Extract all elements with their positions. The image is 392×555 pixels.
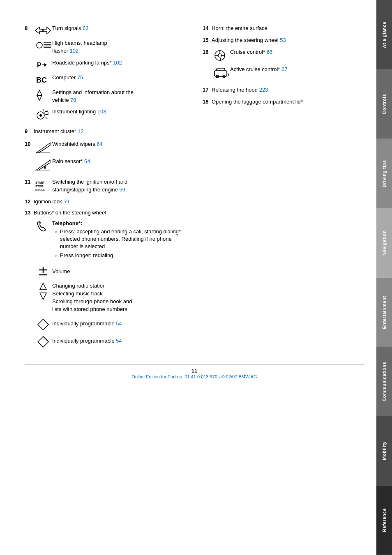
volume-icon: [34, 265, 52, 278]
item-16-header: 16: [203, 48, 364, 83]
svg-line-15: [46, 117, 47, 119]
settings-text: Settings and information about thevehicl…: [52, 89, 186, 104]
telephone-bullet-2-text: Press longer: redialing: [60, 252, 113, 259]
rain-sensor-icon: A: [34, 158, 52, 171]
svg-marker-18: [36, 143, 50, 153]
prog1-text: Individually programmable 54: [52, 320, 186, 328]
item-17-text: Releasing the hood 223: [212, 86, 364, 94]
wipers-link[interactable]: 64: [97, 141, 102, 147]
item-13-number: 13: [25, 209, 34, 216]
svg-marker-10: [37, 95, 42, 100]
telephone-text-block: Telephone*: ▹ Press: accepting and endin…: [52, 220, 186, 261]
item-10-header: 10 Windshi: [25, 140, 186, 175]
volume-sub-row: Volume: [34, 265, 186, 278]
high-beams-row: High beams, headlampflasher 102: [34, 39, 186, 55]
item-17-row: 17 Releasing the hood 223: [203, 86, 364, 94]
parking-lamps-row: P Roadside parking lamps* 102: [34, 59, 186, 70]
svg-marker-29: [40, 283, 46, 290]
telephone-bullet-2: ▹ Press longer: redialing: [55, 252, 186, 259]
sidebar-tab-at-glance[interactable]: At a glance: [376, 0, 392, 69]
page-container: 8: [0, 0, 392, 555]
turn-signals-icon: [34, 25, 52, 35]
svg-marker-20: [36, 160, 50, 170]
steering-wheel-link[interactable]: 53: [280, 37, 286, 43]
item-16-block: Cruise control* 66: [212, 48, 364, 83]
high-beams-link[interactable]: 102: [70, 48, 79, 54]
item-15-row: 15 Adjusting the steering wheel 53: [203, 37, 364, 44]
svg-marker-1: [44, 27, 51, 34]
settings-link[interactable]: 78: [70, 97, 76, 103]
high-beams-text: High beams, headlampflasher 102: [52, 39, 186, 55]
item-14-row: 14 Horn: the entire surface: [203, 25, 364, 32]
telephone-bullet-1-text: Press: accepting and ending a call, star…: [60, 228, 186, 251]
sidebar-tab-reference[interactable]: Reference: [376, 486, 392, 555]
computer-text: Computer 75: [52, 74, 186, 82]
prog1-icon: [34, 318, 52, 331]
columns-layout: 8: [25, 25, 364, 352]
parking-lamps-link[interactable]: 102: [113, 60, 122, 66]
bullet-arrow-icon-2: ▹: [55, 253, 58, 258]
volume-text: Volume: [52, 268, 186, 276]
cruise-text: Cruise control* 66: [230, 48, 364, 56]
instrument-lighting-text: Instrument lighting 103: [52, 108, 186, 116]
svg-text:START: START: [35, 181, 45, 184]
svg-point-2: [37, 42, 42, 48]
active-cruise-link[interactable]: 67: [281, 66, 287, 72]
svg-text:A: A: [44, 166, 46, 170]
item-8-icons-block: Turn signals 63: [34, 25, 186, 124]
svg-line-33: [43, 336, 48, 342]
instrument-cluster-link[interactable]: 12: [78, 128, 83, 134]
item-10-block: Windshield wipers 64 A: [34, 140, 186, 175]
parking-lamps-icon: P: [34, 59, 52, 70]
item-9-text: Instrument cluster 12: [34, 128, 186, 136]
item-9-number: 9: [25, 128, 34, 134]
page-number: 11: [25, 368, 364, 374]
radio-music-text: Changing radio station Selecting music t…: [52, 282, 186, 313]
main-content: 8: [0, 0, 376, 555]
bullet-arrow-icon: ▹: [55, 229, 58, 235]
telephone-sub-row: Telephone*: ▹ Press: accepting and endin…: [34, 220, 186, 261]
instrument-lighting-icon: [34, 108, 52, 120]
hood-link[interactable]: 223: [259, 87, 268, 93]
parking-lamps-text: Roadside parking lamps* 102: [52, 59, 186, 67]
ignition-lock-link[interactable]: 59: [63, 198, 69, 205]
turn-signals-link[interactable]: 63: [83, 25, 88, 31]
settings-row: Settings and information about thevehicl…: [34, 89, 186, 104]
svg-marker-9: [37, 90, 42, 95]
svg-point-12: [39, 114, 42, 117]
computer-link[interactable]: 75: [77, 74, 83, 81]
active-cruise-icon: [212, 66, 230, 79]
telephone-icon: [34, 220, 52, 233]
sidebar-tab-entertainment[interactable]: Entertainment: [376, 278, 392, 347]
start-stop-icon: START STOP ENGINE: [34, 178, 52, 191]
svg-text:ENGINE: ENGINE: [35, 189, 45, 191]
rain-sensor-text: Rain sensor* 64: [52, 158, 186, 166]
right-column: 14 Horn: the entire surface 15 Adjusting…: [198, 25, 364, 352]
item-14-number: 14: [203, 25, 212, 31]
rain-sensor-row: A Rain sensor* 64: [34, 158, 186, 171]
prog1-sub-row: Individually programmable 54: [34, 318, 186, 331]
sidebar-tab-navigation[interactable]: Navigation: [376, 208, 392, 278]
svg-marker-31: [38, 319, 48, 330]
sidebar-tab-controls[interactable]: Controls: [376, 69, 392, 139]
sidebar-tab-driving[interactable]: Driving tips: [376, 139, 392, 208]
item-15-number: 15: [203, 37, 212, 43]
instrument-lighting-link[interactable]: 103: [97, 108, 106, 115]
cruise-link[interactable]: 66: [267, 49, 272, 55]
item-15-text: Adjusting the steering wheel 53: [212, 37, 364, 44]
prog2-link[interactable]: 54: [116, 338, 122, 344]
ignition-switch-link[interactable]: 59: [119, 187, 125, 193]
sidebar-tab-mobility[interactable]: Mobility: [376, 416, 392, 486]
wipers-text: Windshield wipers 64: [52, 140, 186, 148]
svg-marker-30: [40, 293, 46, 299]
high-beams-icon: [34, 39, 52, 50]
computer-icon: BC: [34, 74, 52, 85]
prog2-text: Individually programmable 54: [52, 337, 186, 345]
prog1-link[interactable]: 54: [116, 320, 122, 327]
sidebar-tab-communications[interactable]: Communications: [376, 347, 392, 416]
item-9-row: 9 Instrument cluster 12: [25, 128, 186, 136]
cruise-icon: [212, 48, 230, 62]
rain-sensor-link[interactable]: 64: [84, 158, 90, 164]
turn-signals-text: Turn signals 63: [52, 25, 186, 32]
item-13-row: 13 Buttons* on the steering wheel: [25, 209, 186, 217]
